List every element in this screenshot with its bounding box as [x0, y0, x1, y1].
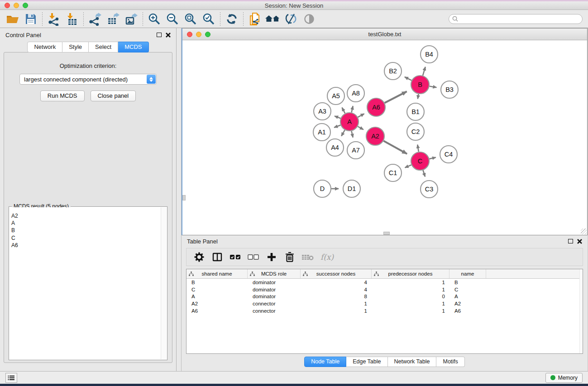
select-all-button[interactable] — [227, 250, 244, 264]
zoom-in-button[interactable] — [145, 11, 163, 27]
graph-node-A[interactable]: A — [340, 113, 359, 131]
column-header-predecessor-nodes[interactable]: predecessor nodes — [372, 269, 449, 278]
panel-divider[interactable] — [177, 28, 182, 371]
graph-node-A8[interactable]: A8 — [347, 85, 364, 102]
graph-edge[interactable] — [352, 106, 353, 112]
hide-panel-button[interactable] — [282, 11, 300, 27]
graph-node-B1[interactable]: B1 — [407, 103, 424, 120]
table-tab-edge-table[interactable]: Edge Table — [346, 357, 387, 367]
table-cell[interactable]: connector — [248, 308, 301, 314]
graph-node-A6[interactable]: A6 — [367, 98, 385, 116]
table-cell[interactable]: dominator — [248, 294, 301, 299]
table-cell[interactable]: A6 — [449, 308, 486, 314]
table-cell[interactable]: B — [449, 280, 486, 285]
network-vscrollbar[interactable] — [182, 195, 186, 200]
task-history-button[interactable] — [5, 373, 17, 383]
control-tab-select[interactable]: Select — [89, 42, 118, 52]
search-box[interactable] — [449, 14, 583, 24]
zoom-out-button[interactable] — [163, 11, 182, 27]
graph-edge[interactable] — [405, 165, 411, 167]
table-row[interactable]: Adominator80A — [186, 293, 583, 300]
network-hscrollbar[interactable] — [383, 232, 390, 235]
table-cell[interactable]: A2 — [186, 301, 248, 306]
criterion-select[interactable]: largest connected component (directed) — [19, 74, 157, 85]
graph-node-D1[interactable]: D1 — [343, 180, 360, 197]
graph-node-C1[interactable]: C1 — [384, 164, 402, 181]
graph-node-B[interactable]: B — [411, 76, 429, 94]
table-cell[interactable]: C — [449, 287, 486, 292]
clone-network-button[interactable] — [246, 11, 264, 27]
graph-node-C3[interactable]: C3 — [421, 181, 438, 198]
export-table-button[interactable] — [104, 11, 122, 27]
mcds-result-item[interactable]: A6 — [11, 242, 161, 249]
close-panel-button[interactable]: Close panel — [91, 91, 136, 101]
delete-table-button[interactable] — [300, 250, 316, 264]
graph-node-B2[interactable]: B2 — [384, 62, 402, 80]
table-cell[interactable]: 8 — [301, 294, 372, 299]
table-cell[interactable]: B — [186, 280, 248, 285]
float-table-panel-icon[interactable] — [568, 239, 573, 243]
run-mcds-button[interactable]: Run MCDS — [40, 91, 85, 101]
result-scrollbar[interactable] — [161, 207, 167, 359]
table-row[interactable]: A6connector11A6 — [186, 307, 583, 315]
graph-edge[interactable] — [429, 157, 435, 159]
graph-node-A5[interactable]: A5 — [327, 87, 344, 105]
open-session-button[interactable] — [4, 11, 22, 27]
table-cell[interactable]: 1 — [372, 308, 449, 314]
delete-column-button[interactable] — [282, 250, 298, 264]
graph-node-A1[interactable]: A1 — [313, 124, 330, 141]
table-cell[interactable]: 4 — [301, 287, 372, 292]
graph-node-A4[interactable]: A4 — [326, 139, 344, 156]
close-table-panel-icon[interactable] — [577, 239, 582, 244]
mcds-result-item[interactable]: A2 — [11, 212, 161, 219]
table-tab-node-table[interactable]: Node Table — [304, 357, 346, 367]
import-table-button[interactable] — [63, 11, 81, 27]
save-session-button[interactable] — [22, 11, 40, 27]
table-cell[interactable]: 1 — [372, 280, 449, 285]
table-tab-network-table[interactable]: Network Table — [388, 357, 437, 367]
graph-edge[interactable] — [358, 126, 363, 129]
search-input[interactable] — [460, 16, 582, 22]
graph-edge[interactable] — [423, 170, 425, 176]
graph-edge[interactable] — [341, 130, 345, 136]
network-graph[interactable]: B4B2BB3A8A5A6A3B1AA1C2A2A4A7C4CC1C3DD1 — [182, 40, 587, 234]
control-tab-style[interactable]: Style — [62, 42, 89, 52]
graph-node-C4[interactable]: C4 — [440, 146, 457, 163]
table-cell[interactable]: 1 — [301, 301, 372, 306]
table-cell[interactable]: A — [186, 294, 248, 299]
graph-node-A2[interactable]: A2 — [366, 127, 384, 145]
graph-node-C[interactable]: C — [411, 152, 429, 170]
table-cell[interactable]: A — [449, 294, 486, 299]
table-cell[interactable]: dominator — [248, 280, 301, 285]
zoom-selected-button[interactable] — [200, 11, 218, 27]
deselect-all-button[interactable] — [245, 250, 262, 264]
window-resize-grip[interactable] — [581, 229, 587, 234]
table-cell[interactable]: 1 — [301, 308, 372, 314]
column-header-MCDS-role[interactable]: MCDS role — [248, 269, 301, 278]
export-network-button[interactable] — [86, 11, 104, 27]
export-image-button[interactable] — [122, 11, 140, 27]
graph-edge[interactable] — [335, 116, 340, 118]
create-column-button[interactable] — [263, 250, 280, 264]
graph-node-B3[interactable]: B3 — [441, 81, 458, 98]
graph-edge[interactable] — [430, 86, 437, 88]
graph-edge[interactable] — [385, 91, 407, 103]
graph-edge[interactable] — [342, 108, 345, 114]
refresh-view-button[interactable] — [223, 11, 241, 27]
graph-edge[interactable] — [334, 125, 340, 127]
function-builder-button[interactable]: f(x) — [318, 250, 336, 264]
graph-node-B4[interactable]: B4 — [421, 46, 438, 63]
show-all-networks-button[interactable] — [264, 11, 282, 27]
show-columns-button[interactable] — [209, 250, 225, 264]
column-header-successor-nodes[interactable]: successor nodes — [301, 269, 372, 278]
column-header-name[interactable]: name — [449, 269, 486, 278]
graph-edge[interactable] — [417, 145, 418, 152]
table-cell[interactable]: A6 — [186, 308, 248, 314]
table-scrollbar[interactable] — [579, 269, 583, 353]
graph-edge[interactable] — [405, 77, 411, 81]
table-cell[interactable]: C — [186, 287, 248, 292]
mcds-result-item[interactable]: B — [11, 227, 161, 234]
table-cell[interactable]: 1 — [372, 287, 449, 292]
table-row[interactable]: Bdominator41B — [186, 279, 583, 286]
mcds-result-item[interactable]: C — [11, 234, 161, 242]
